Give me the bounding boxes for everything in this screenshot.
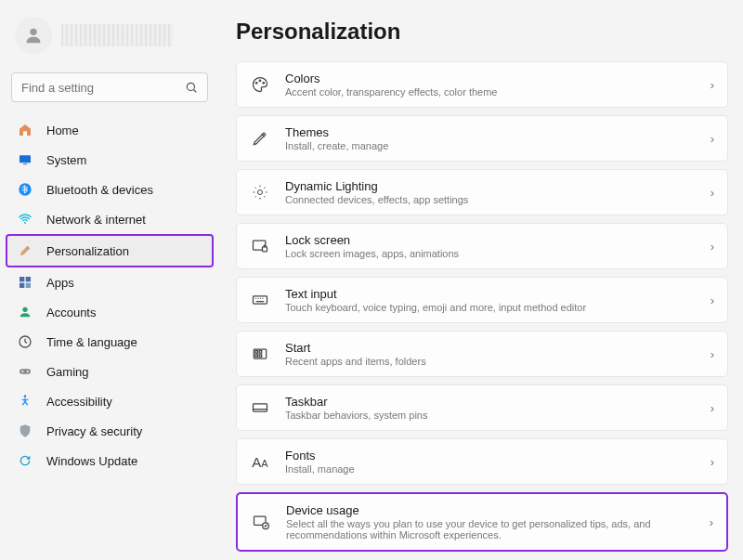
personalization-icon <box>17 242 33 259</box>
sidebar-item-network[interactable]: Network & internet <box>7 204 212 234</box>
svg-rect-7 <box>20 277 24 281</box>
device-usage-icon <box>251 512 271 532</box>
svg-rect-23 <box>254 296 267 304</box>
sidebar: Home System Bluetooth & devices Network … <box>0 0 219 560</box>
svg-point-1 <box>187 83 194 90</box>
svg-point-17 <box>255 83 257 85</box>
svg-point-6 <box>24 222 26 224</box>
home-icon <box>17 122 33 138</box>
start-icon <box>250 344 270 364</box>
sidebar-item-update[interactable]: Windows Update <box>7 446 212 475</box>
search-box[interactable] <box>11 72 208 102</box>
chevron-right-icon: › <box>710 132 714 146</box>
sidebar-item-system[interactable]: System <box>7 145 212 175</box>
card-title: Text input <box>285 287 696 301</box>
card-text: Device usage Select all the ways you pla… <box>286 503 695 540</box>
card-device-usage[interactable]: Device usage Select all the ways you pla… <box>236 492 728 552</box>
system-icon <box>17 151 33 168</box>
sidebar-item-label: Network & internet <box>46 213 202 227</box>
sidebar-item-time[interactable]: Time & language <box>7 327 212 357</box>
sidebar-item-accounts[interactable]: Accounts <box>7 297 212 327</box>
sidebar-item-label: Home <box>46 124 202 137</box>
lighting-icon <box>250 182 270 202</box>
card-title: Fonts <box>285 449 696 462</box>
card-desc: Touch keyboard, voice typing, emoji and … <box>285 302 696 313</box>
svg-rect-10 <box>26 283 31 288</box>
sidebar-item-label: System <box>46 153 202 167</box>
card-title: Dynamic Lighting <box>285 179 696 193</box>
card-lock-screen[interactable]: Lock screen Lock screen images, apps, an… <box>236 223 728 269</box>
svg-line-2 <box>193 89 196 92</box>
sidebar-item-label: Accounts <box>46 306 202 319</box>
card-dynamic-lighting[interactable]: Dynamic Lighting Connected devices, effe… <box>236 169 728 215</box>
avatar <box>15 17 52 54</box>
svg-rect-25 <box>255 351 258 354</box>
sidebar-item-label: Windows Update <box>46 454 202 468</box>
sidebar-item-gaming[interactable]: Gaming <box>7 357 212 386</box>
svg-point-19 <box>263 83 265 85</box>
sidebar-item-accessibility[interactable]: Accessibility <box>7 386 212 416</box>
card-desc: Select all the ways you plan to use your… <box>286 518 695 540</box>
svg-point-18 <box>259 80 261 82</box>
card-themes[interactable]: Themes Install, create, manage › <box>236 115 728 162</box>
sidebar-item-bluetooth[interactable]: Bluetooth & devices <box>7 175 212 204</box>
accounts-icon <box>17 304 33 320</box>
card-text: Taskbar Taskbar behaviors, system pins <box>285 395 696 421</box>
card-title: Device usage <box>286 503 695 517</box>
bluetooth-icon <box>17 181 33 198</box>
accessibility-icon <box>17 393 33 410</box>
sidebar-item-label: Apps <box>46 276 202 290</box>
svg-rect-29 <box>254 404 267 411</box>
svg-rect-26 <box>259 351 262 354</box>
card-desc: Connected devices, effects, app settings <box>285 194 696 205</box>
sidebar-item-label: Personalization <box>46 244 202 258</box>
card-desc: Lock screen images, apps, animations <box>285 248 696 259</box>
search-input[interactable] <box>21 81 185 95</box>
card-colors[interactable]: Colors Accent color, transparency effect… <box>236 61 728 108</box>
card-text: Dynamic Lighting Connected devices, effe… <box>285 179 696 205</box>
card-taskbar[interactable]: Taskbar Taskbar behaviors, system pins › <box>236 384 728 431</box>
svg-point-16 <box>24 395 27 397</box>
chevron-right-icon: › <box>710 240 714 254</box>
search-icon <box>185 81 198 94</box>
card-desc: Install, create, manage <box>285 140 696 151</box>
card-text: Colors Accent color, transparency effect… <box>285 72 696 98</box>
card-desc: Taskbar behaviors, system pins <box>285 410 696 421</box>
card-fonts[interactable]: AA Fonts Install, manage › <box>236 438 728 485</box>
card-desc: Recent apps and items, folders <box>285 356 696 367</box>
card-text: Start Recent apps and items, folders <box>285 341 696 367</box>
clock-icon <box>17 333 33 350</box>
brush-icon <box>250 128 270 149</box>
card-desc: Accent color, transparency effects, colo… <box>285 86 696 98</box>
sidebar-item-apps[interactable]: Apps <box>7 267 212 297</box>
keyboard-icon <box>250 290 270 310</box>
card-text: Lock screen Lock screen images, apps, an… <box>285 233 696 259</box>
svg-rect-13 <box>20 369 31 373</box>
svg-rect-9 <box>20 283 24 288</box>
svg-point-0 <box>30 29 36 35</box>
wifi-icon <box>17 211 33 228</box>
profile[interactable] <box>7 13 212 65</box>
taskbar-icon <box>250 397 270 418</box>
card-title: Colors <box>285 72 696 85</box>
card-text: Themes Install, create, manage <box>285 125 696 151</box>
fonts-icon: AA <box>250 451 270 472</box>
sidebar-item-personalization[interactable]: Personalization <box>7 236 212 266</box>
card-start[interactable]: Start Recent apps and items, folders › <box>236 331 728 377</box>
sidebar-item-label: Time & language <box>46 335 202 349</box>
card-title: Start <box>285 341 696 355</box>
apps-icon <box>17 274 33 291</box>
sidebar-item-home[interactable]: Home <box>7 115 212 145</box>
chevron-right-icon: › <box>710 455 714 469</box>
card-text-input[interactable]: Text input Touch keyboard, voice typing,… <box>236 277 728 323</box>
svg-point-15 <box>27 371 29 372</box>
sidebar-item-privacy[interactable]: Privacy & security <box>7 416 212 446</box>
svg-rect-22 <box>263 247 267 252</box>
chevron-right-icon: › <box>710 186 714 200</box>
svg-rect-8 <box>26 277 31 281</box>
person-icon <box>23 25 44 46</box>
chevron-right-icon: › <box>710 293 714 307</box>
lock-screen-icon <box>250 236 270 256</box>
svg-rect-28 <box>259 355 262 358</box>
profile-name-placeholder <box>61 24 173 46</box>
